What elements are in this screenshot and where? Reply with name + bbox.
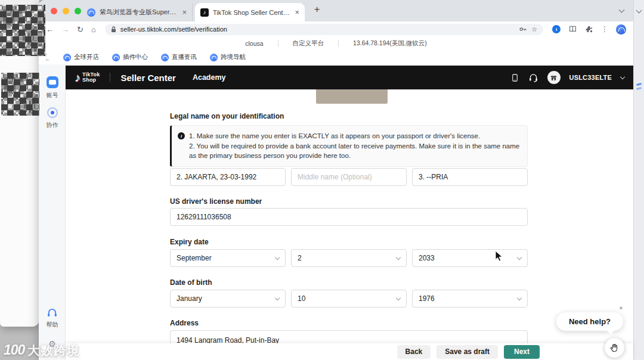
- lock-icon: [111, 26, 116, 33]
- bookmark-label: 插件中心: [123, 53, 148, 61]
- desktop: 紫鸟浏览器专业版Superbrower × ♪ TikTok Shop Sell…: [0, 0, 644, 360]
- browser-window: 紫鸟浏览器专业版Superbrower × ♪ TikTok Shop Sell…: [39, 0, 633, 360]
- superbrowser-favicon: [87, 8, 95, 17]
- chevron-down-icon: [275, 255, 280, 259]
- legal-name-label: Legal name on your identification: [170, 112, 284, 120]
- address-bar[interactable]: seller-us.tiktok.com/settle/verification…: [105, 24, 543, 35]
- bookmark-global-store[interactable]: 全球开店: [63, 53, 99, 61]
- tiktok-shop-header: ♪ TikTok Shop Seller Center Academy USLC…: [66, 66, 633, 89]
- dob-day-value: 10: [298, 294, 305, 303]
- collaboration-orbit-icon: [47, 107, 58, 118]
- close-window-button[interactable]: [51, 8, 57, 14]
- sidebar-item-account[interactable]: 账号: [39, 76, 66, 100]
- reload-button[interactable]: ↻: [77, 26, 83, 33]
- bookmark-favicon: [210, 54, 218, 61]
- expiry-date-label: Expiry date: [170, 238, 209, 246]
- nav-academy[interactable]: Academy: [193, 73, 226, 82]
- first-name-input[interactable]: [170, 168, 286, 186]
- notice-line-2: 2. You will be required to provide a ban…: [189, 142, 519, 160]
- bookmark-plugin-center[interactable]: 插件中心: [112, 53, 148, 61]
- divider: [110, 73, 110, 82]
- seller-center-page: ♪ TikTok Shop Seller Center Academy USLC…: [66, 64, 633, 360]
- mobile-app-icon[interactable]: [510, 73, 519, 83]
- date-of-birth-row: January 10 1976: [170, 290, 528, 308]
- license-number-input[interactable]: [170, 208, 528, 226]
- extensions-puzzle-icon[interactable]: [585, 25, 593, 33]
- accessibility-hand-button[interactable]: [605, 338, 624, 358]
- legal-name-notice: i 1. Make sure the name you enter is EXA…: [170, 125, 528, 167]
- need-help-bubble[interactable]: Need help? ×: [556, 312, 623, 331]
- back-button[interactable]: ←: [46, 26, 54, 33]
- logo-line-2: Shop: [82, 77, 96, 83]
- save-as-draft-button[interactable]: Save as draft: [436, 345, 498, 359]
- forward-button[interactable]: →: [61, 26, 69, 33]
- bookmark-favicon: [112, 54, 120, 61]
- environment-bar: clousa 自定义平台 13.64.78.194(美国,微软云): [39, 37, 633, 50]
- license-number-label: US driver's license number: [170, 197, 262, 206]
- censored-mosaic-block: [0, 5, 45, 56]
- divider: [278, 40, 278, 47]
- shop-icon: [550, 74, 558, 82]
- middle-name-input[interactable]: [291, 168, 407, 186]
- tab-superbrowser[interactable]: 紫鸟浏览器专业版Superbrower ×: [82, 3, 193, 21]
- account-chevron-down-icon[interactable]: [620, 74, 625, 79]
- left-arrow-icon: ←: [45, 57, 50, 61]
- close-help-icon[interactable]: ×: [620, 305, 623, 311]
- collapse-panel-icon[interactable]: ↑ ←: [45, 53, 50, 61]
- dob-month-value: January: [177, 294, 202, 303]
- tab-title: 紫鸟浏览器专业版Superbrower: [100, 8, 178, 17]
- tab-bar: 紫鸟浏览器专业版Superbrower × ♪ TikTok Shop Sell…: [39, 0, 633, 21]
- expiry-year-select[interactable]: 2033: [412, 249, 528, 267]
- profile-avatar[interactable]: [616, 24, 626, 35]
- support-headset-icon[interactable]: [528, 73, 538, 82]
- bookmark-favicon: [63, 54, 71, 61]
- expiry-month-select[interactable]: September: [170, 249, 286, 267]
- new-tab-button[interactable]: +: [314, 5, 320, 14]
- sidebar-item-label: 帮助: [47, 321, 58, 329]
- last-name-input[interactable]: [412, 168, 528, 186]
- extension-info-icon[interactable]: i: [552, 25, 561, 33]
- bookmark-label: 直播资讯: [172, 53, 197, 61]
- expiry-day-select[interactable]: 2: [291, 249, 407, 267]
- bookmark-star-icon[interactable]: ☆: [531, 26, 537, 33]
- password-key-icon[interactable]: [519, 25, 527, 33]
- watermark-logo: 100: [4, 343, 24, 357]
- home-button[interactable]: ⌂: [91, 26, 96, 33]
- browser-menu-icon[interactable]: ⋮: [601, 26, 608, 33]
- censored-mosaic-block: [1, 73, 39, 116]
- dob-month-select[interactable]: January: [170, 290, 286, 308]
- tab-list-chevron-icon[interactable]: [619, 7, 625, 13]
- env-ip: 13.64.78.194(美国,微软云): [353, 39, 427, 48]
- panel-chevron-down-icon[interactable]: [636, 8, 642, 14]
- url-text: seller-us.tiktok.com/settle/verification: [120, 26, 515, 33]
- close-tab-icon[interactable]: ×: [295, 8, 299, 16]
- bookmark-crossborder-nav[interactable]: 跨境导航: [210, 53, 246, 61]
- dashu-watermark: 100 大数跨境: [4, 343, 80, 357]
- seller-account-id[interactable]: USLC33ELTE: [569, 74, 612, 81]
- address-input[interactable]: [170, 330, 528, 343]
- zoom-window-button[interactable]: [75, 8, 81, 14]
- next-button[interactable]: Next: [504, 345, 540, 359]
- mouse-cursor: [495, 250, 503, 264]
- seller-avatar[interactable]: [547, 71, 561, 84]
- dob-day-select[interactable]: 10: [291, 290, 407, 308]
- chevron-down-icon: [396, 295, 401, 300]
- nav-seller-center[interactable]: Seller Center: [120, 73, 176, 83]
- divider: [338, 40, 339, 47]
- need-help-label: Need help?: [569, 317, 611, 326]
- notice-text: 1. Make sure the name you enter is EXACT…: [189, 131, 520, 161]
- notice-line-1: 1. Make sure the name you enter is EXACT…: [189, 132, 480, 139]
- reading-list-icon[interactable]: [568, 25, 577, 33]
- bookmark-label: 跨境导航: [221, 53, 246, 61]
- expiry-month-value: September: [177, 254, 212, 262]
- expiry-date-row: September 2 2033: [170, 249, 528, 267]
- minimize-window-button[interactable]: [63, 8, 69, 14]
- back-button[interactable]: Back: [397, 345, 431, 359]
- dob-year-select[interactable]: 1976: [412, 290, 528, 308]
- sidebar-item-help[interactable]: 帮助: [39, 308, 66, 329]
- bookmark-live-news[interactable]: 直播资讯: [161, 53, 197, 61]
- sidebar-item-collaboration[interactable]: 协作: [39, 107, 66, 129]
- close-tab-icon[interactable]: ×: [182, 8, 187, 16]
- date-of-birth-label: Date of birth: [170, 278, 212, 287]
- tab-tiktok-seller-center[interactable]: ♪ TikTok Shop Seller Center | Uni ×: [195, 3, 305, 21]
